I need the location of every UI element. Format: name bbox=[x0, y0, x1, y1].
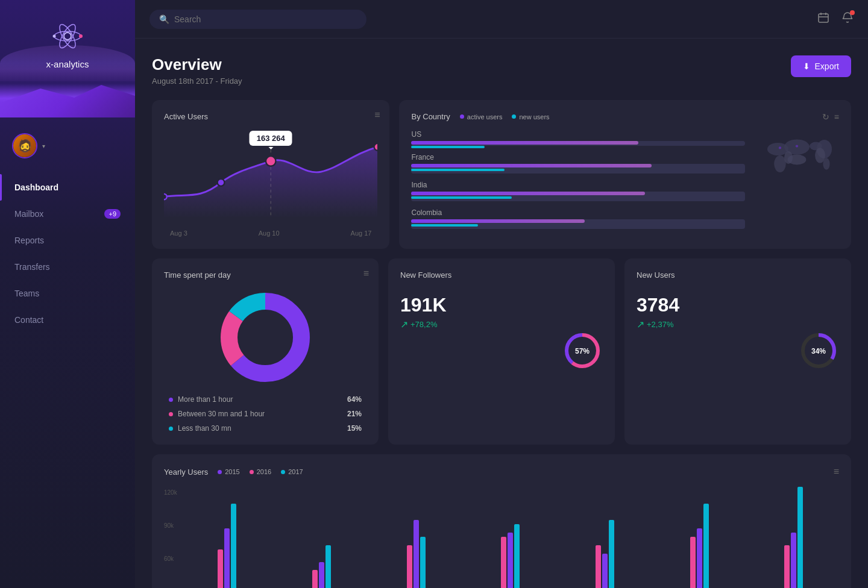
country-bar-track-colombia bbox=[411, 219, 745, 229]
search-bar[interactable]: 🔍 bbox=[149, 10, 366, 29]
new-users-card: New Users 3784 ↗ +2,37% 34% bbox=[624, 258, 851, 445]
country-bar-new-colombia bbox=[411, 224, 478, 227]
new-followers-card: New Followers 191K ↗ +78,2% 57% bbox=[388, 258, 615, 445]
search-input[interactable] bbox=[174, 14, 357, 24]
page-content: Overview August 18th 2017 - Friday ⬇ Exp… bbox=[135, 39, 868, 588]
donut-pct-0: 64% bbox=[347, 395, 362, 404]
dot-2015 bbox=[218, 470, 222, 474]
yearly-chart: 120k 90k 60k 30k Jan Feb Mar Apr bbox=[164, 487, 839, 588]
svg-point-12 bbox=[266, 156, 276, 166]
export-button[interactable]: ⬇ Export bbox=[791, 55, 851, 77]
active-users-menu-icon[interactable]: ≡ bbox=[374, 110, 380, 120]
chart-tooltip: 163 264 bbox=[250, 131, 292, 146]
svg-point-23 bbox=[823, 158, 829, 170]
bar-2017-apr bbox=[514, 524, 520, 588]
dot-2017 bbox=[281, 470, 285, 474]
calendar-icon[interactable] bbox=[817, 11, 829, 27]
active-users-chart: 163 264 bbox=[164, 131, 377, 227]
dot-30-1hr bbox=[169, 412, 173, 416]
notification-badge bbox=[850, 10, 855, 15]
sidebar-item-transfers[interactable]: Transfers bbox=[0, 254, 135, 280]
export-icon: ⬇ bbox=[803, 61, 810, 71]
menu-icon[interactable]: ≡ bbox=[834, 112, 839, 122]
legend-new-label: new users bbox=[519, 113, 549, 120]
country-bar-active-us bbox=[411, 141, 638, 145]
map-svg bbox=[755, 130, 839, 181]
sidebar-item-reports[interactable]: Reports bbox=[0, 227, 135, 254]
users-donut: 34% bbox=[798, 330, 839, 374]
bar-2016-jan bbox=[224, 528, 230, 588]
svg-point-20 bbox=[788, 155, 807, 165]
country-row-france: France bbox=[411, 153, 745, 174]
app-logo-icon bbox=[49, 18, 86, 54]
sidebar-item-teams[interactable]: Teams bbox=[0, 280, 135, 307]
legend-2017-label: 2017 bbox=[288, 468, 303, 475]
bar-2017-jan bbox=[231, 504, 236, 588]
followers-stat: 191K ↗ +78,2% bbox=[400, 289, 603, 330]
donut-legend-item-2: Less than 30 mn 15% bbox=[169, 424, 362, 433]
page-header: Overview August 18th 2017 - Friday ⬇ Exp… bbox=[152, 55, 851, 86]
y-label-120k: 120k bbox=[164, 489, 177, 496]
donut-chart bbox=[164, 289, 366, 386]
yearly-legend: 2015 2016 2017 bbox=[218, 468, 303, 475]
country-bar-active-india bbox=[411, 192, 644, 195]
refresh-icon[interactable]: ↻ bbox=[822, 112, 829, 122]
sidebar-item-dashboard[interactable]: Dashboard bbox=[0, 174, 135, 201]
bar-2017-feb bbox=[326, 545, 331, 588]
svg-point-14 bbox=[164, 194, 167, 199]
xaxis-label-0: Aug 3 bbox=[170, 230, 187, 237]
yearly-header: Yearly Users 2015 2016 2017 bbox=[164, 466, 839, 477]
by-country-title: By Country bbox=[411, 112, 450, 121]
nav-label: Transfers bbox=[14, 262, 50, 272]
user-profile[interactable]: 🧔 ▾ bbox=[0, 124, 135, 168]
bar-2016-feb bbox=[319, 562, 324, 588]
sidebar-nav: Dashboard Mailbox +9 Reports Transfers T… bbox=[0, 168, 135, 588]
legend-2016: 2016 bbox=[250, 468, 271, 475]
topbar-actions bbox=[817, 11, 854, 27]
nav-label: Contact bbox=[14, 315, 43, 325]
nav-label: Mailbox bbox=[14, 209, 43, 219]
chart-xaxis: Aug 3 Aug 10 Aug 17 bbox=[164, 230, 377, 237]
bar-2015-jul bbox=[690, 537, 696, 588]
donut-pct-1: 21% bbox=[347, 410, 362, 418]
topbar: 🔍 bbox=[135, 0, 868, 39]
followers-donut: 57% bbox=[562, 330, 603, 374]
svg-point-24 bbox=[779, 146, 781, 149]
bar-group-jun bbox=[559, 520, 650, 588]
bar-2016-aug bbox=[791, 533, 796, 588]
notification-icon[interactable] bbox=[841, 11, 854, 27]
users-change: ↗ +2,37% bbox=[637, 319, 839, 330]
sidebar-decoration bbox=[0, 69, 135, 117]
country-bar-active-france bbox=[411, 164, 652, 167]
country-row-colombia: Colombia bbox=[411, 208, 745, 229]
svg-text:34%: 34% bbox=[811, 347, 826, 355]
donut-legend: More than 1 hour 64% Between 30 mn and 1… bbox=[164, 395, 366, 433]
svg-point-25 bbox=[796, 145, 798, 148]
active-users-title: Active Users bbox=[164, 112, 377, 121]
dot-less-30 bbox=[169, 427, 173, 431]
xaxis-label-1: Aug 10 bbox=[259, 230, 280, 237]
legend-2017: 2017 bbox=[281, 468, 303, 475]
top-grid: Active Users ≡ 163 264 bbox=[152, 100, 851, 249]
active-users-card: Active Users ≡ 163 264 bbox=[152, 100, 389, 249]
world-map bbox=[755, 130, 839, 236]
svg-point-11 bbox=[218, 179, 225, 186]
legend-2015-label: 2015 bbox=[225, 468, 239, 475]
bar-group-jul bbox=[654, 504, 745, 588]
xaxis-label-2: Aug 17 bbox=[351, 230, 372, 237]
yearly-menu-icon[interactable]: ≡ bbox=[834, 466, 839, 477]
nav-label: Reports bbox=[14, 236, 44, 245]
by-country-card: By Country active users new users bbox=[399, 100, 851, 249]
sidebar-item-contact[interactable]: Contact bbox=[0, 307, 135, 333]
bar-group-jan bbox=[182, 504, 273, 588]
mailbox-badge: +9 bbox=[104, 209, 121, 219]
time-per-day-card: Time spent per day ≡ bbox=[152, 258, 379, 445]
legend-dot-new bbox=[512, 114, 516, 119]
chevron-down-icon: ▾ bbox=[42, 143, 45, 149]
sidebar-item-mailbox[interactable]: Mailbox +9 bbox=[0, 201, 135, 227]
svg-point-13 bbox=[374, 143, 378, 151]
donut-legend-item-1: Between 30 mn and 1 hour 21% bbox=[169, 410, 362, 418]
bar-2017-aug bbox=[797, 487, 803, 588]
time-per-day-menu-icon[interactable]: ≡ bbox=[363, 268, 369, 279]
country-label-colombia: Colombia bbox=[411, 208, 745, 217]
